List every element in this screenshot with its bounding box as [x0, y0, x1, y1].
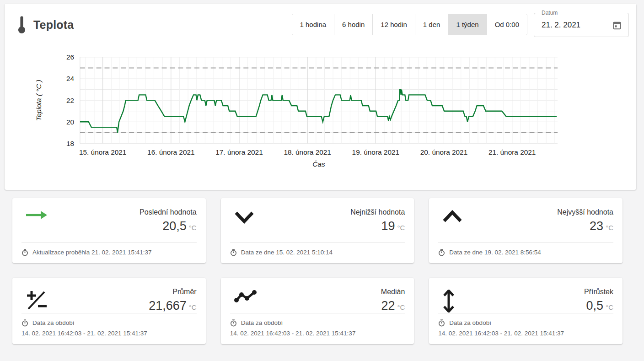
x-tick-label: 20. února 2021 [420, 148, 467, 156]
page-title: Teplota [33, 18, 74, 32]
stat-footer-text: 14. 02. 2021 16:42:03 - 21. 02. 2021 15:… [230, 329, 356, 338]
timer-icon [230, 249, 237, 256]
title-wrap: Teplota [17, 13, 74, 34]
stat-card-chevron-down: Nejnižší hodnota19°CData ze dne 15. 02. … [221, 198, 414, 263]
y-tick-label: 18 [66, 140, 74, 147]
stat-value-row: 20,5°C [140, 219, 197, 233]
timer-icon [230, 319, 237, 327]
stat-footer-text: Data za období [32, 318, 75, 328]
x-tick-label: 15. února 2021 [79, 148, 126, 156]
calendar-icon[interactable] [612, 20, 622, 30]
stat-footer: Aktualizace proběhla 21. 02. 2021 15:41:… [21, 243, 197, 257]
stat-footer: Data za období14. 02. 2021 16:42:03 - 21… [21, 313, 197, 338]
stat-footer-line: 14. 02. 2021 16:42:03 - 21. 02. 2021 15:… [230, 329, 405, 338]
range-button-6-hodin[interactable]: 6 hodin [334, 14, 373, 35]
stat-footer: Data za období14. 02. 2021 16:42:03 - 21… [438, 313, 613, 338]
stat-unit: °C [606, 303, 613, 311]
stat-label: Poslední hodnota [140, 205, 197, 216]
range-button-1-t-den[interactable]: 1 týden [448, 14, 487, 35]
stat-footer-line: Data ze dne 15. 02. 2021 5:10:14 [230, 248, 405, 257]
x-tick-label: 17. února 2021 [215, 148, 263, 156]
stat-footer-line: Data ze dne 19. 02. 2021 8:56:54 [438, 248, 613, 257]
stat-footer-text: Data za období [449, 318, 491, 328]
stat-label: Průměr [149, 284, 196, 296]
stat-footer-text: Data za období [241, 318, 283, 328]
stat-footer: Data ze dne 15. 02. 2021 5:10:14 [230, 243, 405, 257]
stat-value: 0,5 [586, 299, 604, 313]
chart-header: Teplota 1 hodina6 hodin12 hodin1 den1 tý… [5, 4, 636, 37]
x-tick-label: 18. února 2021 [284, 148, 331, 156]
timer-icon [21, 319, 28, 327]
stat-unit: °C [606, 224, 613, 232]
stats-grid: Poslední hodnota20,5°CAktualizace proběh… [12, 198, 623, 344]
stat-footer: Data za období14. 02. 2021 16:42:03 - 21… [230, 313, 405, 338]
stat-value-row: 0,5°C [584, 299, 613, 313]
stat-footer-line: 14. 02. 2021 16:42:03 - 21. 02. 2021 15:… [438, 329, 613, 338]
thermometer-icon [17, 16, 26, 34]
stat-card-chevron-up: Nejvyšší hodnota23°CData ze dne 19. 02. … [429, 198, 623, 263]
chart-card: Teplota 1 hodina6 hodin12 hodin1 den1 tý… [5, 4, 636, 190]
stat-footer: Data ze dne 19. 02. 2021 8:56:54 [438, 243, 613, 257]
y-tick-label: 26 [66, 53, 74, 61]
stat-unit: °C [397, 303, 405, 311]
stat-footer-text: Aktualizace proběhla 21. 02. 2021 15:41:… [32, 248, 151, 257]
time-range-button-group: 1 hodina6 hodin12 hodin1 den1 týdenOd 0:… [292, 14, 527, 35]
stat-value: 22 [381, 299, 395, 313]
stat-value-row: 21,667°C [149, 299, 196, 313]
stat-label: Přírůstek [584, 284, 613, 296]
range-button-12-hodin[interactable]: 12 hodin [373, 14, 415, 35]
arrow-up-down-icon [442, 290, 456, 313]
y-tick-label: 20 [66, 118, 74, 126]
stat-value-row: 23°C [557, 219, 613, 233]
x-tick-label: 21. února 2021 [488, 148, 536, 156]
temperature-line-chart[interactable]: 182022242615. února 202116. února 202117… [5, 49, 635, 171]
stat-footer-line: Data za období [230, 318, 405, 328]
stat-value-row: 22°C [381, 299, 405, 313]
stat-footer-text: 14. 02. 2021 16:42:03 - 21. 02. 2021 15:… [438, 329, 564, 338]
chevron-up-icon [442, 210, 463, 224]
stat-label: Medián [381, 284, 405, 296]
stat-label: Nejvyšší hodnota [557, 205, 613, 216]
x-tick-label: 19. února 2021 [352, 148, 399, 156]
stat-unit: °C [189, 224, 197, 232]
x-tick-label: 16. února 2021 [147, 148, 194, 156]
date-field-label: Datum [540, 10, 559, 16]
stat-footer-text: Data ze dne 15. 02. 2021 5:10:14 [241, 248, 333, 257]
timer-icon [438, 249, 445, 256]
stat-card-arrow-up-down: Přírůstek0,5°CData za období14. 02. 2021… [429, 278, 623, 344]
plus-minus-icon [25, 290, 48, 311]
y-tick-label: 22 [66, 97, 74, 104]
stat-value: 23 [590, 219, 603, 233]
temperature-chart[interactable]: 182022242615. února 202116. února 202117… [5, 49, 636, 171]
date-field[interactable]: Datum 21. 2. 2021 [534, 13, 629, 37]
stat-unit: °C [189, 303, 197, 311]
range-button-od-0-00[interactable]: Od 0:00 [487, 14, 527, 35]
timer-icon [438, 319, 445, 327]
stat-footer-line: Aktualizace proběhla 21. 02. 2021 15:41:… [21, 248, 197, 257]
range-button-1-hodina[interactable]: 1 hodina [292, 14, 335, 35]
chart-controls: 1 hodina6 hodin12 hodin1 den1 týdenOd 0:… [292, 13, 629, 37]
timeline-icon [234, 290, 258, 303]
chevron-down-icon [234, 210, 255, 224]
stat-unit: °C [397, 224, 405, 232]
dashboard-page: Teplota 1 hodina6 hodin12 hodin1 den1 tý… [0, 4, 644, 344]
stat-value: 21,667 [149, 299, 187, 313]
y-tick-label: 24 [66, 75, 75, 82]
range-button-1-den[interactable]: 1 den [415, 14, 449, 35]
stat-card-plus-minus: Průměr21,667°CData za období14. 02. 2021… [12, 278, 206, 344]
stat-footer-line: 14. 02. 2021 16:42:03 - 21. 02. 2021 15:… [21, 329, 197, 338]
stat-card-timeline: Medián22°CData za období14. 02. 2021 16:… [221, 278, 414, 344]
stat-footer-text: 14. 02. 2021 16:42:03 - 21. 02. 2021 15:… [21, 329, 147, 338]
stat-footer-line: Data za období [438, 318, 613, 328]
date-field-value: 21. 2. 2021 [542, 21, 612, 30]
x-axis-title: Čas [312, 160, 325, 168]
y-axis-title: Teplota ( °C ) [35, 80, 43, 121]
stat-card-arrow-right: Poslední hodnota20,5°CAktualizace proběh… [12, 198, 206, 263]
stat-footer-line: Data za období [21, 318, 197, 328]
stat-footer-text: Data ze dne 19. 02. 2021 8:56:54 [449, 248, 541, 257]
stat-value: 20,5 [162, 219, 187, 233]
stat-label: Nejnižší hodnota [350, 205, 405, 216]
arrow-right-icon [25, 210, 48, 220]
timer-icon [21, 249, 28, 256]
stat-value-row: 19°C [350, 219, 405, 233]
